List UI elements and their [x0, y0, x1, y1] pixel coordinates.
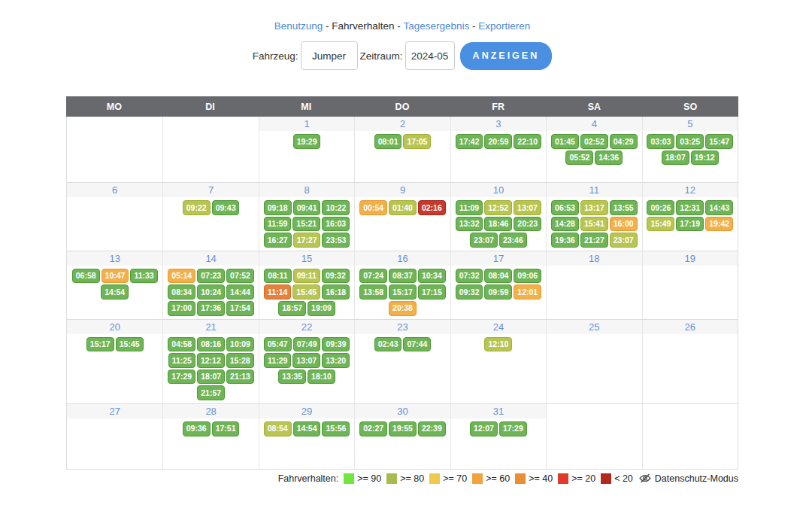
- day-number[interactable]: 24: [451, 320, 546, 334]
- trip-time-badge[interactable]: 15:45: [292, 284, 320, 300]
- trip-time-badge[interactable]: 02:52: [580, 134, 608, 149]
- trip-time-badge[interactable]: 11:33: [130, 269, 157, 284]
- trip-time-badge[interactable]: 10:09: [226, 337, 254, 352]
- trip-time-badge[interactable]: 17:36: [197, 301, 225, 316]
- day-number[interactable]: 17: [451, 251, 546, 266]
- trip-time-badge[interactable]: 12:12: [197, 353, 225, 368]
- trip-time-badge[interactable]: 05:47: [264, 337, 292, 352]
- trip-time-badge[interactable]: 08:54: [264, 421, 292, 436]
- trip-time-badge[interactable]: 15:47: [705, 134, 733, 149]
- day-number[interactable]: 25: [547, 320, 641, 334]
- nav-link-tagesergebnis[interactable]: Tagesergebnis: [403, 20, 469, 32]
- trip-time-badge[interactable]: 23:46: [499, 233, 527, 248]
- show-button[interactable]: ANZEIGEN: [460, 42, 553, 70]
- trip-time-badge[interactable]: 09:11: [293, 269, 320, 284]
- trip-time-badge[interactable]: 14:43: [705, 200, 733, 215]
- trip-time-badge[interactable]: 05:52: [565, 151, 593, 166]
- trip-time-badge[interactable]: 06:58: [72, 269, 100, 284]
- trip-time-badge[interactable]: 09:18: [264, 200, 292, 215]
- trip-time-badge[interactable]: 15:45: [116, 337, 144, 352]
- trip-time-badge[interactable]: 08:04: [484, 269, 512, 284]
- trip-time-badge[interactable]: 09:06: [514, 269, 541, 284]
- trip-time-badge[interactable]: 14:54: [293, 421, 321, 436]
- trip-time-badge[interactable]: 12:01: [514, 284, 541, 300]
- trip-time-badge[interactable]: 02:43: [374, 337, 402, 352]
- day-number[interactable]: 11: [547, 183, 641, 197]
- trip-time-badge[interactable]: 10:34: [418, 269, 446, 284]
- trip-time-badge[interactable]: 08:11: [264, 269, 291, 284]
- trip-time-badge[interactable]: 12:52: [484, 200, 512, 215]
- trip-time-badge[interactable]: 15:17: [86, 337, 114, 352]
- nav-link-exportieren[interactable]: Exportieren: [478, 20, 530, 32]
- trip-time-badge[interactable]: 09:59: [484, 284, 512, 300]
- trip-time-badge[interactable]: 09:36: [183, 421, 211, 436]
- trip-time-badge[interactable]: 17:54: [226, 301, 254, 316]
- trip-time-badge[interactable]: 16:00: [610, 217, 638, 232]
- trip-time-badge[interactable]: 07:44: [403, 337, 431, 352]
- trip-time-badge[interactable]: 17:42: [456, 134, 483, 149]
- day-number[interactable]: 13: [67, 251, 162, 266]
- trip-time-badge[interactable]: 09:43: [212, 200, 240, 215]
- trip-time-badge[interactable]: 08:37: [389, 269, 417, 284]
- trip-time-badge[interactable]: 13:32: [456, 217, 483, 232]
- trip-time-badge[interactable]: 04:29: [610, 134, 638, 149]
- trip-time-badge[interactable]: 18:07: [662, 151, 689, 166]
- nav-link-benutzung[interactable]: Benutzung: [274, 20, 323, 32]
- trip-time-badge[interactable]: 21:13: [226, 370, 254, 385]
- trip-time-badge[interactable]: 11:14: [264, 284, 291, 300]
- trip-time-badge[interactable]: 11:09: [456, 200, 483, 215]
- trip-time-badge[interactable]: 10:47: [102, 269, 129, 284]
- day-number[interactable]: 30: [355, 404, 450, 418]
- day-number[interactable]: 1: [259, 117, 354, 131]
- trip-time-badge[interactable]: 03:03: [647, 134, 674, 149]
- day-number[interactable]: 21: [163, 320, 258, 334]
- day-number[interactable]: 4: [547, 117, 641, 131]
- trip-time-badge[interactable]: 05:14: [168, 269, 195, 284]
- day-number[interactable]: 19: [643, 251, 738, 266]
- trip-time-badge[interactable]: 11:29: [264, 353, 291, 368]
- trip-time-badge[interactable]: 01:40: [389, 200, 417, 215]
- day-number[interactable]: 28: [163, 404, 258, 418]
- trip-time-badge[interactable]: 07:23: [197, 269, 225, 284]
- trip-time-badge[interactable]: 17:27: [293, 233, 321, 248]
- day-number[interactable]: 27: [67, 404, 162, 418]
- trip-time-badge[interactable]: 18:07: [197, 370, 225, 385]
- trip-time-badge[interactable]: 11:59: [264, 217, 291, 232]
- trip-time-badge[interactable]: 23:07: [470, 233, 498, 248]
- trip-time-badge[interactable]: 21:27: [580, 233, 608, 248]
- trip-time-badge[interactable]: 16:27: [264, 233, 292, 248]
- trip-time-badge[interactable]: 19:36: [551, 233, 579, 248]
- day-number[interactable]: 22: [259, 320, 354, 334]
- trip-time-badge[interactable]: 15:17: [389, 284, 417, 300]
- trip-time-badge[interactable]: 02:27: [359, 421, 387, 436]
- trip-time-badge[interactable]: 09:39: [322, 337, 350, 352]
- day-number[interactable]: 10: [451, 183, 546, 197]
- vehicle-input[interactable]: [301, 41, 358, 70]
- trip-time-badge[interactable]: 09:41: [293, 200, 321, 215]
- trip-time-badge[interactable]: 19:42: [705, 217, 733, 232]
- trip-time-badge[interactable]: 09:32: [322, 269, 350, 284]
- trip-time-badge[interactable]: 20:59: [484, 134, 512, 149]
- day-number[interactable]: 8: [259, 183, 354, 197]
- day-number[interactable]: 16: [355, 251, 450, 266]
- trip-time-badge[interactable]: 10:22: [322, 200, 350, 215]
- day-number[interactable]: 26: [643, 320, 738, 334]
- day-number[interactable]: 12: [643, 183, 738, 197]
- trip-time-badge[interactable]: 18:57: [278, 301, 306, 316]
- trip-time-badge[interactable]: 11:25: [168, 353, 195, 368]
- trip-time-badge[interactable]: 15:56: [322, 421, 350, 436]
- trip-time-badge[interactable]: 19:55: [389, 421, 417, 436]
- trip-time-badge[interactable]: 12:10: [484, 337, 512, 352]
- day-number[interactable]: 20: [67, 320, 162, 334]
- trip-time-badge[interactable]: 02:16: [418, 200, 446, 215]
- trip-time-badge[interactable]: 23:53: [322, 233, 350, 248]
- trip-time-badge[interactable]: 13:17: [580, 200, 608, 215]
- trip-time-badge[interactable]: 13:58: [359, 284, 387, 300]
- trip-time-badge[interactable]: 15:21: [292, 217, 320, 232]
- trip-time-badge[interactable]: 13:07: [292, 353, 320, 368]
- period-input[interactable]: [405, 41, 455, 70]
- trip-time-badge[interactable]: 20:38: [389, 301, 417, 316]
- trip-time-badge[interactable]: 12:31: [676, 200, 704, 215]
- trip-time-badge[interactable]: 16:03: [322, 217, 350, 232]
- trip-time-badge[interactable]: 08:01: [374, 134, 402, 149]
